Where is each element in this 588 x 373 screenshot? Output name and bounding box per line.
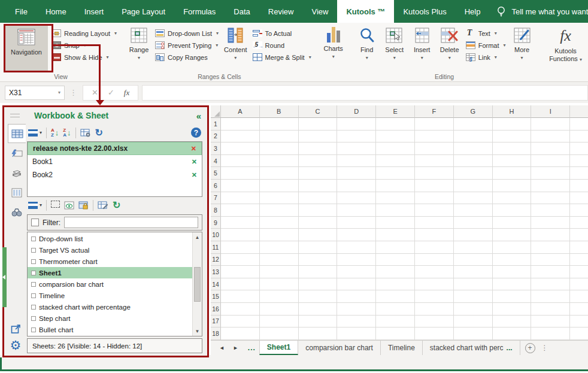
workbook-item[interactable]: release notes-kte 22.00.xlsx✕ [28,142,202,155]
grid-cell[interactable] [221,327,260,340]
grid-cell[interactable] [260,118,299,131]
grid-cell[interactable] [299,278,338,291]
grid-cell[interactable] [415,327,454,340]
grid-cell[interactable] [531,241,570,254]
grid-cell[interactable] [570,142,588,155]
delete-button[interactable]: Delete ▾ [436,25,463,60]
ribbon-tab-insert[interactable]: Insert [75,0,113,23]
sheet-menu-button[interactable]: ▾ [28,202,42,209]
ribbon-tab-help[interactable]: Help [456,0,490,23]
grid-cell[interactable] [493,155,532,168]
sheet-list-item[interactable]: Bullet chart [28,324,192,335]
ribbon-tab-data[interactable]: Data [225,0,259,23]
grid-cell[interactable] [415,241,454,254]
grid-cell[interactable] [570,327,588,340]
row-header-5[interactable]: 5 [211,167,221,180]
column-header-partial[interactable] [570,105,588,118]
sidebar-tab-workbook-sheet[interactable] [8,124,26,143]
enter-icon[interactable]: ✓ [108,88,114,97]
grid-cell[interactable] [221,241,260,254]
grid-cell[interactable] [221,155,260,168]
grid-cell[interactable] [337,204,376,217]
row-header-18[interactable]: 18 [211,327,221,340]
grid-cell[interactable] [493,290,532,303]
sheet-checkbox[interactable] [31,259,36,264]
grid-cell[interactable] [376,327,415,340]
grid-cell[interactable] [337,192,376,205]
grid-cell[interactable] [299,254,338,266]
show-sheet-button[interactable] [64,201,74,210]
grid-cell[interactable] [493,316,532,328]
grid-cell[interactable] [493,192,532,205]
cancel-icon[interactable]: ✕ [92,88,98,97]
grid-cell[interactable] [260,131,299,143]
grid-cell[interactable] [221,266,260,278]
filter-checkbox[interactable] [31,219,39,226]
grid-cell[interactable] [376,316,415,328]
column-header-d[interactable]: D [337,105,376,118]
row-header-2[interactable]: 2 [211,131,221,143]
row-header-11[interactable]: 11 [211,241,221,254]
grid-cell[interactable] [376,217,415,229]
column-header-a[interactable]: A [221,105,260,118]
grid-cell[interactable] [337,118,376,131]
grid-cell[interactable] [415,180,454,192]
grid-cell[interactable] [570,278,588,291]
grid-cell[interactable] [260,290,299,303]
sheet-list-item[interactable]: Sheet1 [28,267,192,278]
grid-cell[interactable] [415,303,454,316]
row-header-4[interactable]: 4 [211,155,221,168]
close-workbook-icon[interactable]: ✕ [192,158,197,166]
sheet-options-button[interactable] [98,201,108,210]
row-header-10[interactable]: 10 [211,229,221,241]
grid-cell[interactable] [376,266,415,278]
grid-cell[interactable] [221,131,260,143]
grid-cell[interactable] [415,266,454,278]
grid-cell[interactable] [260,142,299,155]
grid-cell[interactable] [531,167,570,180]
sheet-nav-left-icon[interactable]: ◄ [219,345,225,351]
grid-cell[interactable] [337,278,376,291]
grid-cell[interactable] [299,142,338,155]
grid-cell[interactable] [493,180,532,192]
grid-cell[interactable] [299,290,338,303]
grid-cell[interactable] [299,204,338,217]
grid-cell[interactable] [299,118,338,131]
grid-cell[interactable] [454,229,493,241]
help-button[interactable]: ? [191,128,201,138]
refresh-icon[interactable]: ↻ [95,128,103,138]
grid-cell[interactable] [337,290,376,303]
grid-cell[interactable] [454,142,493,155]
sheet-list-item[interactable]: Thermometer chart [28,256,192,267]
grid-cell[interactable] [415,131,454,143]
grid-cell[interactable] [376,303,415,316]
grid-cell[interactable] [337,254,376,266]
grid-cell[interactable] [493,327,532,340]
grid-cell[interactable] [415,278,454,291]
workbook-item[interactable]: Book2✕ [28,168,202,181]
grid-cell[interactable] [531,254,570,266]
scroll-up-icon[interactable]: ▲ [193,232,202,242]
grid-cell[interactable] [299,327,338,340]
grid-cell[interactable] [531,142,570,155]
grid-cell[interactable] [221,278,260,291]
grid-cell[interactable] [454,204,493,217]
sheet-checkbox[interactable] [31,282,36,287]
grid-cell[interactable] [221,118,260,131]
more-ellipsis[interactable]: ... [507,344,513,352]
grid-cell[interactable] [260,303,299,316]
sheet-checkbox[interactable] [31,316,36,321]
grid-cell[interactable] [337,241,376,254]
grid-cell[interactable] [415,316,454,328]
grid-cell[interactable] [260,229,299,241]
grid-cell[interactable] [299,167,338,180]
grid-cell[interactable] [299,217,338,229]
ribbon-item-show-hide[interactable]: Show & Hide▾ [51,52,117,62]
grid-cell[interactable] [337,142,376,155]
sheet-checkbox[interactable] [31,293,36,298]
row-header-14[interactable]: 14 [211,278,221,291]
grid-cell[interactable] [531,266,570,278]
grid-cell[interactable] [454,155,493,168]
grid-cell[interactable] [531,278,570,291]
ribbon-item-format[interactable]: Format▾ [466,40,506,50]
